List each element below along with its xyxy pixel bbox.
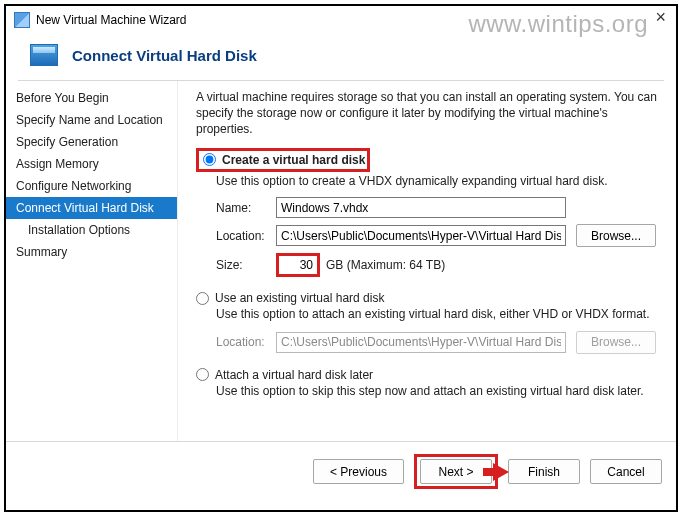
- titlebar: New Virtual Machine Wizard ×: [6, 6, 676, 34]
- step-specify-generation[interactable]: Specify Generation: [6, 131, 177, 153]
- wizard-content: A virtual machine requires storage so th…: [178, 81, 676, 441]
- existing-location-row: Location: Browse...: [216, 331, 658, 354]
- step-configure-networking[interactable]: Configure Networking: [6, 175, 177, 197]
- location-row: Location: Browse...: [216, 224, 658, 247]
- next-button[interactable]: Next >: [420, 459, 492, 484]
- radio-create-vhd[interactable]: [203, 153, 216, 166]
- size-row: Size: GB (Maximum: 64 TB): [216, 253, 658, 277]
- wizard-header: Connect Virtual Hard Disk: [6, 34, 676, 80]
- radio-attach-later-label: Attach a virtual hard disk later: [215, 368, 373, 382]
- option-create-vhd-desc: Use this option to create a VHDX dynamic…: [216, 174, 658, 190]
- page-title: Connect Virtual Hard Disk: [72, 47, 257, 64]
- existing-location-label: Location:: [216, 335, 276, 349]
- option-use-existing-row: Use an existing virtual hard disk: [196, 291, 658, 305]
- radio-use-existing[interactable]: [196, 292, 209, 305]
- wizard-body: Before You Begin Specify Name and Locati…: [6, 81, 676, 441]
- size-label: Size:: [216, 258, 276, 272]
- size-suffix: GB (Maximum: 64 TB): [326, 258, 445, 272]
- wizard-window: www.wintips.org New Virtual Machine Wiza…: [4, 4, 678, 512]
- name-label: Name:: [216, 201, 276, 215]
- size-input[interactable]: [276, 253, 320, 277]
- step-assign-memory[interactable]: Assign Memory: [6, 153, 177, 175]
- highlight-next: Next >: [414, 454, 498, 489]
- previous-button[interactable]: < Previous: [313, 459, 404, 484]
- highlight-create-vhd: Create a virtual hard disk: [196, 148, 370, 172]
- close-icon[interactable]: ×: [651, 8, 670, 26]
- wizard-sidebar: Before You Begin Specify Name and Locati…: [6, 81, 178, 441]
- location-input[interactable]: [276, 225, 566, 246]
- hard-disk-icon: [30, 44, 58, 66]
- browse-button-disabled: Browse...: [576, 331, 656, 354]
- window-title: New Virtual Machine Wizard: [36, 13, 187, 27]
- create-vhd-fields: Name: Location: Browse... Size: GB (Maxi…: [216, 197, 658, 277]
- existing-location-input: [276, 332, 566, 353]
- name-row: Name:: [216, 197, 658, 218]
- option-attach-later-desc: Use this option to skip this step now an…: [216, 384, 658, 400]
- step-installation-options[interactable]: Installation Options: [6, 219, 177, 241]
- app-icon: [14, 12, 30, 28]
- cancel-button[interactable]: Cancel: [590, 459, 662, 484]
- location-label: Location:: [216, 229, 276, 243]
- wizard-footer: < Previous Next > Finish Cancel: [6, 441, 676, 501]
- name-input[interactable]: [276, 197, 566, 218]
- radio-create-vhd-label: Create a virtual hard disk: [222, 153, 365, 167]
- option-use-existing-desc: Use this option to attach an existing vi…: [216, 307, 658, 323]
- step-before-you-begin[interactable]: Before You Begin: [6, 87, 177, 109]
- intro-text: A virtual machine requires storage so th…: [196, 89, 658, 138]
- finish-button[interactable]: Finish: [508, 459, 580, 484]
- option-create-vhd-row: Create a virtual hard disk: [196, 148, 658, 172]
- option-attach-later-row: Attach a virtual hard disk later: [196, 368, 658, 382]
- use-existing-fields: Location: Browse...: [216, 331, 658, 354]
- step-connect-vhd[interactable]: Connect Virtual Hard Disk: [6, 197, 177, 219]
- step-summary[interactable]: Summary: [6, 241, 177, 263]
- browse-button[interactable]: Browse...: [576, 224, 656, 247]
- radio-attach-later[interactable]: [196, 368, 209, 381]
- radio-use-existing-label: Use an existing virtual hard disk: [215, 291, 384, 305]
- step-specify-name-location[interactable]: Specify Name and Location: [6, 109, 177, 131]
